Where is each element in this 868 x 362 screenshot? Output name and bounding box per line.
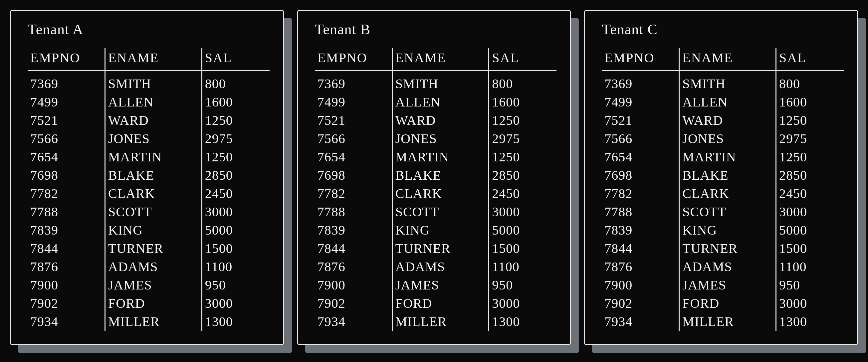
cell-ename: FORD (679, 294, 776, 312)
cell-ename: SMITH (392, 71, 489, 93)
cell-empno: 7566 (602, 129, 679, 148)
cell-sal: 950 (202, 276, 269, 294)
table-row: 7521WARD1250 (602, 111, 844, 129)
cell-empno: 7934 (28, 312, 105, 331)
cell-sal: 1600 (489, 93, 556, 111)
tenant-card-c-wrap: Tenant C EMPNO ENAME SAL 7369SMITH800749… (584, 10, 858, 345)
cell-ename: KING (105, 221, 202, 239)
cell-ename: TURNER (392, 239, 489, 258)
cell-empno: 7654 (28, 148, 105, 166)
cell-ename: FORD (392, 294, 489, 312)
cell-sal: 1600 (776, 93, 843, 111)
table-row: 7698BLAKE2850 (602, 166, 844, 184)
cell-empno: 7654 (315, 148, 393, 166)
cell-sal: 1250 (776, 111, 843, 129)
table-row: 7369SMITH800 (28, 71, 270, 93)
col-empno: EMPNO (315, 48, 393, 71)
cell-ename: KING (679, 221, 776, 239)
table-row: 7499ALLEN1600 (315, 93, 557, 111)
table-row: 7844TURNER1500 (315, 239, 557, 258)
table-row: 7698BLAKE2850 (28, 166, 270, 184)
cell-ename: MILLER (392, 312, 489, 331)
table-row: 7934MILLER1300 (602, 312, 844, 331)
table-header-row: EMPNO ENAME SAL (602, 48, 844, 71)
table-row: 7566JONES2975 (602, 129, 844, 148)
cell-sal: 1500 (489, 239, 556, 258)
table-row: 7499ALLEN1600 (602, 93, 844, 111)
employee-table: EMPNO ENAME SAL 7369SMITH8007499ALLEN160… (315, 48, 557, 331)
cell-empno: 7788 (315, 203, 393, 221)
cell-empno: 7499 (315, 93, 393, 111)
cell-sal: 1250 (202, 111, 269, 129)
cell-sal: 950 (489, 276, 556, 294)
table-row: 7369SMITH800 (315, 71, 557, 93)
cell-empno: 7698 (315, 166, 393, 184)
cell-sal: 3000 (489, 294, 556, 312)
table-row: 7788SCOTT3000 (602, 203, 844, 221)
tenant-card-b-wrap: Tenant B EMPNO ENAME SAL 7369SMITH800749… (297, 10, 571, 345)
table-row: 7654MARTIN1250 (315, 148, 557, 166)
cell-empno: 7782 (28, 184, 105, 203)
tenant-title: Tenant C (602, 21, 844, 38)
cell-ename: JONES (105, 129, 202, 148)
table-row: 7844TURNER1500 (28, 239, 270, 258)
table-row: 7876ADAMS1100 (315, 258, 557, 276)
cell-sal: 5000 (202, 221, 269, 239)
table-row: 7654MARTIN1250 (28, 148, 270, 166)
table-row: 7654MARTIN1250 (602, 148, 844, 166)
cell-sal: 1500 (776, 239, 843, 258)
cell-empno: 7876 (602, 258, 679, 276)
cell-sal: 2975 (489, 129, 556, 148)
cell-ename: CLARK (392, 184, 489, 203)
table-row: 7566JONES2975 (28, 129, 270, 148)
cell-sal: 2975 (776, 129, 843, 148)
cell-ename: ADAMS (679, 258, 776, 276)
cell-sal: 2850 (776, 166, 843, 184)
cell-ename: MARTIN (392, 148, 489, 166)
cell-sal: 3000 (776, 203, 843, 221)
cell-empno: 7521 (315, 111, 393, 129)
cell-empno: 7934 (315, 312, 393, 331)
cell-empno: 7566 (28, 129, 105, 148)
table-row: 7782CLARK2450 (28, 184, 270, 203)
cell-ename: ADAMS (392, 258, 489, 276)
cell-empno: 7698 (602, 166, 679, 184)
cell-empno: 7782 (315, 184, 393, 203)
cell-empno: 7839 (315, 221, 393, 239)
table-body: 7369SMITH8007499ALLEN16007521WARD1250756… (315, 71, 557, 331)
diagram-stage: Tenant A EMPNO ENAME SAL 7369SMITH800749… (0, 0, 868, 362)
cell-ename: WARD (105, 111, 202, 129)
table-row: 7902FORD3000 (315, 294, 557, 312)
cell-sal: 1600 (202, 93, 269, 111)
table-row: 7788SCOTT3000 (28, 203, 270, 221)
cell-ename: SCOTT (679, 203, 776, 221)
cell-ename: BLAKE (392, 166, 489, 184)
table-body: 7369SMITH8007499ALLEN16007521WARD1250756… (28, 71, 270, 331)
cell-ename: FORD (105, 294, 202, 312)
tenant-card-c: Tenant C EMPNO ENAME SAL 7369SMITH800749… (584, 10, 858, 345)
cell-sal: 2450 (776, 184, 843, 203)
cell-ename: JONES (392, 129, 489, 148)
cell-sal: 1100 (202, 258, 269, 276)
cell-empno: 7788 (602, 203, 679, 221)
col-ename: ENAME (679, 48, 776, 71)
cell-sal: 1300 (776, 312, 843, 331)
cell-empno: 7521 (28, 111, 105, 129)
cell-sal: 2975 (202, 129, 269, 148)
cell-empno: 7844 (28, 239, 105, 258)
col-sal: SAL (776, 48, 843, 71)
cell-ename: SMITH (679, 71, 776, 93)
table-row: 7521WARD1250 (28, 111, 270, 129)
cell-sal: 1250 (489, 111, 556, 129)
table-row: 7566JONES2975 (315, 129, 557, 148)
employee-table: EMPNO ENAME SAL 7369SMITH8007499ALLEN160… (602, 48, 844, 331)
cell-empno: 7934 (602, 312, 679, 331)
cell-sal: 1500 (202, 239, 269, 258)
cell-empno: 7369 (315, 71, 393, 93)
cell-sal: 800 (202, 71, 269, 93)
cell-ename: TURNER (679, 239, 776, 258)
tenant-title: Tenant A (28, 21, 270, 38)
table-row: 7844TURNER1500 (602, 239, 844, 258)
table-row: 7782CLARK2450 (315, 184, 557, 203)
cell-sal: 3000 (202, 203, 269, 221)
